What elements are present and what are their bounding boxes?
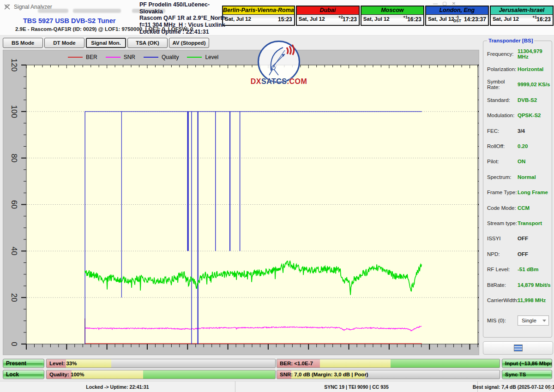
transponder-value: 9999,02 KS/s xyxy=(518,82,550,87)
transponder-label: Pilot: xyxy=(487,159,518,164)
transponder-value: 3/4 xyxy=(518,128,525,134)
transponder-value: OFF xyxy=(518,251,528,257)
transponder-row: Frequency:11304,979 MHz xyxy=(487,46,552,61)
transponder-label: Frame Type: xyxy=(487,190,518,195)
signal-chart: 020406080100120 xyxy=(3,50,479,355)
legend-label: SNR xyxy=(124,54,135,60)
transponder-value: ON xyxy=(518,159,525,164)
mode-button-bs-mode[interactable]: BS Mode xyxy=(3,38,43,48)
transponder-row: CarrierWidth:11,998 MHz xyxy=(487,292,552,308)
world-clocks: Berlin-Paris-Vienna-RomaSat, Jul 1215:23… xyxy=(222,6,554,26)
transponder-label: BitRate: xyxy=(487,282,518,288)
transponder-label: Modulation: xyxy=(487,113,518,118)
mode-button-av-stopped[interactable]: AV (Stopped) xyxy=(169,38,209,48)
status-bar: Locked -> Uptime: 22:41:31SYNC 19 | TEI … xyxy=(0,381,554,392)
mis-label: MIS (0): xyxy=(487,318,518,323)
redacted-text-strip xyxy=(38,9,68,13)
clock-body: Sat, Jul 1215:23 xyxy=(223,15,294,24)
status-lamp-input-13-86-mbps: Input (~13,86 Mbps) xyxy=(502,359,552,368)
legend-swatch xyxy=(106,57,120,58)
transponder-label: Spectrum: xyxy=(487,174,518,180)
svg-text:0: 0 xyxy=(10,342,18,346)
status-section-2: SYNC 19 | TEI 9090 | CC 935 xyxy=(235,381,478,392)
transponder-row: Polarization:Horizontal xyxy=(487,61,552,77)
transponder-row: Standard:DVB-S2 xyxy=(487,92,552,107)
transponder-value: CCM xyxy=(518,205,530,211)
transponder-label: Symbol Rate: xyxy=(487,79,518,90)
ber-bar-zone-green xyxy=(391,359,500,368)
status-lamp-present: Present xyxy=(3,359,44,368)
clock-city-label: Berlin-Paris-Vienna-Roma xyxy=(223,6,294,15)
resize-grip[interactable] xyxy=(548,386,553,391)
chart-legend: BERSNRQualityLevel xyxy=(68,54,218,60)
satellite-dish-icon xyxy=(259,42,296,79)
mode-toolbar: BS ModeDT ModeSignal Mon.TSA (OK)AV (Sto… xyxy=(3,38,209,48)
svg-text:40: 40 xyxy=(10,247,18,255)
svg-text:60: 60 xyxy=(10,200,18,209)
legend-item-level: Level xyxy=(187,54,218,60)
transponder-label: Code Mode: xyxy=(487,205,518,211)
transponder-row: RollOff:0.20 xyxy=(487,138,552,154)
transponder-label: Frequency: xyxy=(487,51,518,57)
status-lamp-lock: Lock xyxy=(3,370,44,379)
transponder-row: RF Level:-51 dBm xyxy=(487,261,552,277)
legend-label: Quality xyxy=(162,54,179,60)
transponder-label: Polarization: xyxy=(487,66,518,72)
clock-time: 16:23 xyxy=(536,16,551,23)
clock-time: 16:23 xyxy=(407,16,422,23)
mode-button-tsa-ok[interactable]: TSA (OK) xyxy=(127,38,168,48)
clock-2: DubaiSat, Jul 12+217:23 xyxy=(296,6,360,26)
transponder-value: Long Frame xyxy=(518,190,548,195)
clock-date: Sat, Jul 12 xyxy=(363,16,390,22)
status-lamp-sync-ts: Sync TS xyxy=(502,370,552,379)
transponder-panel-title: Transponder [BS] xyxy=(487,38,534,43)
transponder-row: FEC:3/4 xyxy=(487,123,552,138)
transponder-row: Stream type:Transport xyxy=(487,215,552,231)
status-section-1: Locked -> Uptime: 22:41:31 xyxy=(0,381,235,392)
legend-item-snr: SNR xyxy=(106,54,135,60)
app-dish-icon xyxy=(4,3,11,11)
clock-4: London, EngSat, Jul 12-1DST14:23:37 xyxy=(425,6,489,26)
mode-button-dt-mode[interactable]: DT Mode xyxy=(44,38,84,48)
clock-5: Jerusalem-IsraelSat, Jul 12+116:23 xyxy=(490,6,554,26)
transponder-value: 0.20 xyxy=(518,143,528,149)
redacted-text-strip xyxy=(73,9,121,13)
clock-1: Berlin-Paris-Vienna-RomaSat, Jul 1215:23 xyxy=(222,6,295,26)
transponder-row: Modulation:QPSK-S2 xyxy=(487,108,552,123)
transponder-label: FEC: xyxy=(487,128,518,134)
transponder-label: RollOff: xyxy=(487,143,518,149)
mis-dropdown[interactable]: Single xyxy=(518,315,549,326)
clock-city-label: Jerusalem-Israel xyxy=(491,6,553,15)
transponder-value: -51 dBm xyxy=(518,267,538,272)
transponder-row: Pilot:ON xyxy=(487,154,552,169)
clock-city-label: Moscow xyxy=(361,6,423,15)
transponder-value: Horizontal xyxy=(518,66,543,72)
legend-item-quality: Quality xyxy=(144,54,179,60)
transponder-label: RF Level: xyxy=(487,267,518,272)
ber-bar-zone-yellow xyxy=(320,359,391,368)
legend-swatch xyxy=(187,57,202,58)
transponder-value: DVB-S2 xyxy=(518,97,537,103)
transponder-row: BitRate:14,879 Mbit/s xyxy=(487,277,552,292)
stream-info-button[interactable] xyxy=(483,341,553,355)
quality-bar-zone-green xyxy=(143,370,275,379)
mode-button-signal-mon[interactable]: Signal Mon. xyxy=(86,38,126,48)
stream-stack-icon xyxy=(514,344,523,351)
clock-date: Sat, Jul 12 xyxy=(493,16,519,22)
svg-text:100: 100 xyxy=(10,105,18,118)
transponder-value: QPSK-S2 xyxy=(518,113,541,118)
transponder-row: Code Mode:CCM xyxy=(487,200,552,215)
legend-label: Level xyxy=(205,54,218,60)
transponder-value: 11,998 MHz xyxy=(518,297,546,303)
quality-bar: Quality: 100% xyxy=(46,370,276,379)
clock-city-label: Dubai xyxy=(297,6,359,15)
level-bar: Level: 33% xyxy=(46,359,276,368)
clock-body: Sat, Jul 12+217:23 xyxy=(297,15,359,24)
transponder-value: 14,879 Mbit/s xyxy=(518,282,551,288)
legend-swatch xyxy=(144,57,158,58)
site-line: Locked Uptime : 22:41:31 xyxy=(139,29,227,36)
mis-row: MIS (0): Single xyxy=(487,315,552,326)
snr-bar-label: SNR: 7,0 dB (Margin: 3,0 dB | Poor) xyxy=(280,370,368,379)
dxsatcs-logo xyxy=(258,41,300,83)
transponder-row: Symbol Rate:9999,02 KS/s xyxy=(487,77,552,92)
